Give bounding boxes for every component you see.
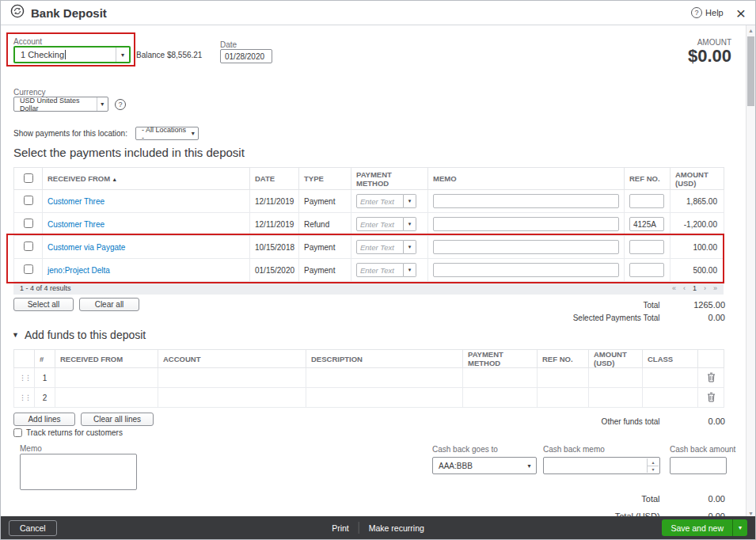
memo-input[interactable] <box>433 263 619 277</box>
fund-payment-method-cell[interactable] <box>463 368 538 388</box>
page-last-icon[interactable]: » <box>713 284 717 292</box>
received-from-link[interactable]: Customer via Paygate <box>47 243 125 252</box>
fund-account-cell[interactable] <box>158 388 306 408</box>
caret-down-icon[interactable]: ▾ <box>404 240 416 254</box>
payment-method-input[interactable]: Enter Text <box>356 240 404 254</box>
add-funds-section-header[interactable]: ▼ Add funds to this deposit <box>12 329 146 341</box>
other-funds-value: 0.00 <box>663 416 725 426</box>
payment-amount: -1,200.00 <box>671 213 724 236</box>
caret-down-icon[interactable]: ▾ <box>188 127 198 139</box>
ref-no-input[interactable] <box>629 217 664 231</box>
fund-class-cell[interactable] <box>643 368 698 388</box>
page-number[interactable]: 1 <box>693 284 697 292</box>
add-funds-title: Add funds to this deposit <box>25 329 146 341</box>
select-all-checkbox[interactable] <box>24 173 33 183</box>
collapse-icon[interactable]: ▼ <box>12 331 19 339</box>
cash-back-amount-input[interactable] <box>670 457 727 474</box>
drag-handle-icon[interactable]: ⋮⋮ <box>14 388 35 408</box>
ref-no-input[interactable] <box>629 263 664 277</box>
track-returns-checkbox[interactable] <box>13 428 22 437</box>
page-next-icon[interactable]: › <box>704 284 706 292</box>
help-icon[interactable]: ? <box>691 7 702 18</box>
fund-received-from-cell[interactable] <box>55 388 158 408</box>
fund-description-cell[interactable] <box>306 388 463 408</box>
trash-icon[interactable] <box>698 388 724 408</box>
caret-down-icon[interactable]: ▾ <box>97 97 108 111</box>
selected-payments-total-row: Selected Payments Total 0.00 <box>573 310 725 324</box>
row-checkbox[interactable] <box>24 264 33 274</box>
col-payment-method: PAYMENT METHOD <box>351 168 428 190</box>
fund-amount-cell[interactable] <box>589 368 643 388</box>
payment-method-input[interactable]: Enter Text <box>356 263 404 277</box>
caret-down-icon[interactable]: ▾ <box>404 194 416 208</box>
date-input[interactable] <box>220 49 272 63</box>
print-button[interactable]: Print <box>332 523 349 533</box>
total-value: 1265.00 <box>663 300 725 310</box>
location-select[interactable]: - All Locations - ▾ <box>135 127 199 140</box>
row-checkbox[interactable] <box>24 196 33 205</box>
spin-down-icon[interactable]: ▾ <box>648 466 659 473</box>
caret-down-icon[interactable]: ▾ <box>733 524 747 531</box>
memo-input[interactable] <box>433 194 619 208</box>
payment-method-input[interactable]: Enter Text <box>356 194 404 208</box>
currency-select[interactable]: USD United States Dollar ▾ <box>13 97 108 112</box>
cash-back-memo-input[interactable]: ▴ ▾ <box>543 457 660 474</box>
spin-up-icon[interactable]: ▴ <box>648 458 659 466</box>
vertical-scrollbar[interactable]: ▲ ▼ <box>746 25 755 518</box>
account-balance: Balance $8,556.21 <box>136 51 202 59</box>
currency-help-icon[interactable]: ? <box>115 99 126 110</box>
fund-class-cell[interactable] <box>643 388 698 408</box>
bank-deposit-icon <box>10 4 25 21</box>
payment-method-input[interactable]: Enter Text <box>356 217 404 231</box>
help-link[interactable]: Help <box>705 8 724 17</box>
row-number: 1 <box>35 368 55 388</box>
memo-input[interactable] <box>433 217 619 231</box>
scroll-up-icon[interactable]: ▲ <box>747 25 755 35</box>
deposit-memo-textarea[interactable] <box>20 454 137 490</box>
caret-down-icon[interactable]: ▾ <box>404 263 416 277</box>
row-checkbox[interactable] <box>24 219 33 228</box>
make-recurring-button[interactable]: Make recurring <box>369 523 424 533</box>
scrollbar-thumb[interactable] <box>747 36 754 106</box>
caret-down-icon[interactable]: ▾ <box>522 458 536 473</box>
fund-amount-cell[interactable] <box>589 388 643 408</box>
fund-ref-cell[interactable] <box>538 368 589 388</box>
received-from-link[interactable]: Customer Three <box>47 220 104 229</box>
row-checkbox[interactable] <box>24 241 33 251</box>
col-account: ACCOUNT <box>158 350 306 368</box>
payment-row: jeno:Project Delta 01/15/2020 Payment En… <box>14 259 724 282</box>
received-from-link[interactable]: jeno:Project Delta <box>47 266 110 275</box>
trash-icon[interactable] <box>698 368 724 388</box>
grand-total-label: Total <box>641 494 659 504</box>
add-lines-button[interactable]: Add lines <box>13 413 75 426</box>
memo-label: Memo <box>20 444 42 453</box>
col-payment-method: PAYMENT METHOD <box>463 350 538 368</box>
memo-input[interactable] <box>433 240 619 254</box>
fund-received-from-cell[interactable] <box>55 368 158 388</box>
fund-payment-method-cell[interactable] <box>463 388 538 408</box>
ref-no-input[interactable] <box>629 240 664 254</box>
page-prev-icon[interactable]: ‹ <box>683 284 686 292</box>
fund-ref-cell[interactable] <box>538 388 589 408</box>
drag-handle-icon[interactable]: ⋮⋮ <box>14 368 35 388</box>
ref-no-input[interactable] <box>629 194 664 208</box>
fund-account-cell[interactable] <box>158 368 306 388</box>
clear-all-button[interactable]: Clear all <box>79 298 139 311</box>
cancel-button[interactable]: Cancel <box>9 520 57 536</box>
caret-down-icon[interactable]: ▾ <box>116 48 129 62</box>
close-icon[interactable]: × <box>736 5 746 21</box>
payment-amount: 100.00 <box>671 236 724 259</box>
received-from-link[interactable]: Customer Three <box>47 197 104 206</box>
caret-down-icon[interactable]: ▾ <box>404 217 416 231</box>
fund-description-cell[interactable] <box>306 368 463 388</box>
save-and-new-button[interactable]: Save and new ▾ <box>662 519 747 536</box>
clear-all-lines-button[interactable]: Clear all lines <box>81 413 154 426</box>
payment-type: Refund <box>299 213 351 236</box>
page-first-icon[interactable]: « <box>672 284 676 292</box>
select-all-button[interactable]: Select all <box>13 298 74 311</box>
payments-section-title: Select the payments included in this dep… <box>13 146 245 159</box>
cash-back-account-select[interactable]: AAA:BBB ▾ <box>432 457 537 474</box>
payments-header-row: RECEIVED FROM▲ DATE TYPE PAYMENT METHOD … <box>14 168 724 190</box>
account-select[interactable]: 1 Checking ▾ <box>13 46 131 63</box>
col-received-from[interactable]: RECEIVED FROM▲ <box>43 168 250 190</box>
